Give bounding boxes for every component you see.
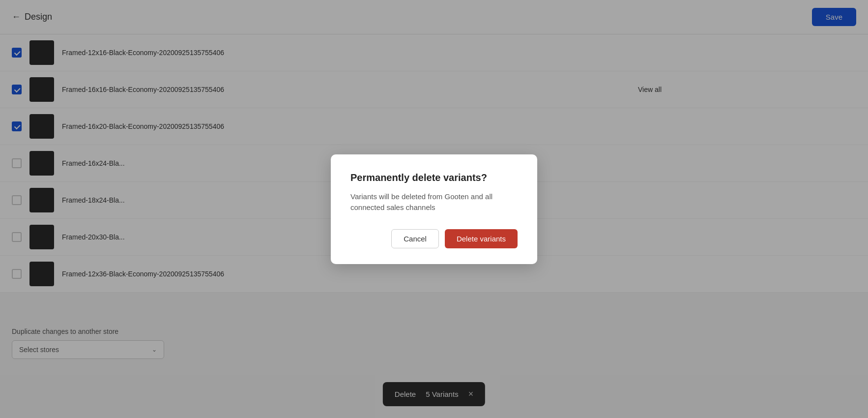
modal-overlay: Permanently delete variants? Variants wi… (0, 0, 868, 418)
main-content: ← Design Save Framed-12x16-Black-Economy… (0, 0, 868, 418)
modal-actions: Cancel Delete variants (350, 229, 518, 248)
modal-body: Variants will be deleted from Gooten and… (350, 191, 518, 213)
modal-title: Permanently delete variants? (350, 172, 518, 183)
cancel-button[interactable]: Cancel (391, 229, 439, 248)
delete-variants-button[interactable]: Delete variants (445, 229, 518, 248)
delete-modal: Permanently delete variants? Variants wi… (331, 154, 537, 264)
